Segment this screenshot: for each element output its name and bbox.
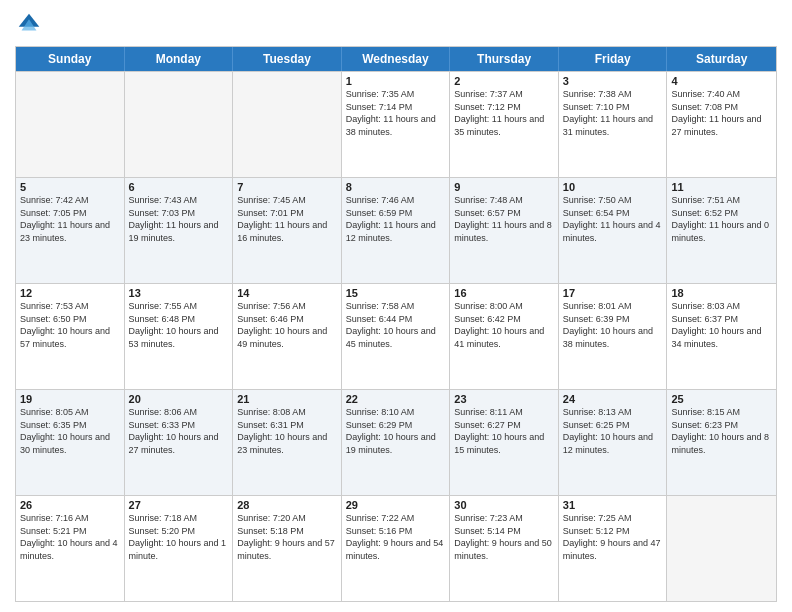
day-info: Sunrise: 7:22 AMSunset: 5:16 PMDaylight:… [346,512,446,562]
calendar-cell-r1-c3 [233,72,342,177]
day-info: Sunrise: 7:35 AMSunset: 7:14 PMDaylight:… [346,88,446,138]
day-number: 22 [346,393,446,405]
day-number: 14 [237,287,337,299]
calendar-cell-r2-c2: 6Sunrise: 7:43 AMSunset: 7:03 PMDaylight… [125,178,234,283]
day-info: Sunrise: 7:38 AMSunset: 7:10 PMDaylight:… [563,88,663,138]
calendar-cell-r2-c3: 7Sunrise: 7:45 AMSunset: 7:01 PMDaylight… [233,178,342,283]
day-number: 6 [129,181,229,193]
day-info: Sunrise: 7:53 AMSunset: 6:50 PMDaylight:… [20,300,120,350]
day-number: 2 [454,75,554,87]
day-info: Sunrise: 8:15 AMSunset: 6:23 PMDaylight:… [671,406,772,456]
day-info: Sunrise: 7:23 AMSunset: 5:14 PMDaylight:… [454,512,554,562]
calendar-cell-r4-c3: 21Sunrise: 8:08 AMSunset: 6:31 PMDayligh… [233,390,342,495]
day-info: Sunrise: 7:18 AMSunset: 5:20 PMDaylight:… [129,512,229,562]
calendar-cell-r1-c7: 4Sunrise: 7:40 AMSunset: 7:08 PMDaylight… [667,72,776,177]
calendar-cell-r1-c6: 3Sunrise: 7:38 AMSunset: 7:10 PMDaylight… [559,72,668,177]
day-number: 27 [129,499,229,511]
day-number: 21 [237,393,337,405]
day-number: 9 [454,181,554,193]
calendar-cell-r2-c7: 11Sunrise: 7:51 AMSunset: 6:52 PMDayligh… [667,178,776,283]
calendar-cell-r5-c6: 31Sunrise: 7:25 AMSunset: 5:12 PMDayligh… [559,496,668,601]
day-number: 15 [346,287,446,299]
day-number: 5 [20,181,120,193]
calendar-cell-r5-c3: 28Sunrise: 7:20 AMSunset: 5:18 PMDayligh… [233,496,342,601]
calendar-cell-r5-c1: 26Sunrise: 7:16 AMSunset: 5:21 PMDayligh… [16,496,125,601]
calendar-row-5: 26Sunrise: 7:16 AMSunset: 5:21 PMDayligh… [16,495,776,601]
calendar-cell-r1-c2 [125,72,234,177]
calendar-cell-r2-c4: 8Sunrise: 7:46 AMSunset: 6:59 PMDaylight… [342,178,451,283]
day-number: 11 [671,181,772,193]
weekday-header-thursday: Thursday [450,47,559,71]
logo [15,10,47,38]
day-info: Sunrise: 8:03 AMSunset: 6:37 PMDaylight:… [671,300,772,350]
day-info: Sunrise: 8:01 AMSunset: 6:39 PMDaylight:… [563,300,663,350]
day-info: Sunrise: 8:10 AMSunset: 6:29 PMDaylight:… [346,406,446,456]
day-number: 24 [563,393,663,405]
day-info: Sunrise: 7:58 AMSunset: 6:44 PMDaylight:… [346,300,446,350]
day-number: 28 [237,499,337,511]
day-number: 13 [129,287,229,299]
calendar-cell-r5-c5: 30Sunrise: 7:23 AMSunset: 5:14 PMDayligh… [450,496,559,601]
calendar-cell-r5-c7 [667,496,776,601]
day-info: Sunrise: 8:08 AMSunset: 6:31 PMDaylight:… [237,406,337,456]
day-info: Sunrise: 7:16 AMSunset: 5:21 PMDaylight:… [20,512,120,562]
day-number: 29 [346,499,446,511]
calendar-cell-r1-c5: 2Sunrise: 7:37 AMSunset: 7:12 PMDaylight… [450,72,559,177]
day-number: 8 [346,181,446,193]
calendar-cell-r1-c4: 1Sunrise: 7:35 AMSunset: 7:14 PMDaylight… [342,72,451,177]
calendar-cell-r4-c4: 22Sunrise: 8:10 AMSunset: 6:29 PMDayligh… [342,390,451,495]
calendar-cell-r3-c4: 15Sunrise: 7:58 AMSunset: 6:44 PMDayligh… [342,284,451,389]
calendar-cell-r3-c2: 13Sunrise: 7:55 AMSunset: 6:48 PMDayligh… [125,284,234,389]
weekday-header-wednesday: Wednesday [342,47,451,71]
calendar-cell-r4-c2: 20Sunrise: 8:06 AMSunset: 6:33 PMDayligh… [125,390,234,495]
calendar-cell-r4-c1: 19Sunrise: 8:05 AMSunset: 6:35 PMDayligh… [16,390,125,495]
day-info: Sunrise: 7:48 AMSunset: 6:57 PMDaylight:… [454,194,554,244]
day-info: Sunrise: 8:05 AMSunset: 6:35 PMDaylight:… [20,406,120,456]
calendar-cell-r4-c6: 24Sunrise: 8:13 AMSunset: 6:25 PMDayligh… [559,390,668,495]
calendar-cell-r3-c1: 12Sunrise: 7:53 AMSunset: 6:50 PMDayligh… [16,284,125,389]
day-number: 20 [129,393,229,405]
calendar-cell-r2-c1: 5Sunrise: 7:42 AMSunset: 7:05 PMDaylight… [16,178,125,283]
day-number: 12 [20,287,120,299]
calendar-cell-r3-c5: 16Sunrise: 8:00 AMSunset: 6:42 PMDayligh… [450,284,559,389]
day-info: Sunrise: 7:20 AMSunset: 5:18 PMDaylight:… [237,512,337,562]
day-info: Sunrise: 7:40 AMSunset: 7:08 PMDaylight:… [671,88,772,138]
day-number: 7 [237,181,337,193]
day-number: 10 [563,181,663,193]
calendar-row-2: 5Sunrise: 7:42 AMSunset: 7:05 PMDaylight… [16,177,776,283]
weekday-header-sunday: Sunday [16,47,125,71]
logo-icon [15,10,43,38]
day-info: Sunrise: 8:00 AMSunset: 6:42 PMDaylight:… [454,300,554,350]
calendar-cell-r3-c7: 18Sunrise: 8:03 AMSunset: 6:37 PMDayligh… [667,284,776,389]
calendar-cell-r5-c2: 27Sunrise: 7:18 AMSunset: 5:20 PMDayligh… [125,496,234,601]
day-info: Sunrise: 7:56 AMSunset: 6:46 PMDaylight:… [237,300,337,350]
calendar-cell-r1-c1 [16,72,125,177]
calendar-cell-r4-c7: 25Sunrise: 8:15 AMSunset: 6:23 PMDayligh… [667,390,776,495]
day-info: Sunrise: 8:13 AMSunset: 6:25 PMDaylight:… [563,406,663,456]
day-number: 31 [563,499,663,511]
calendar-cell-r3-c6: 17Sunrise: 8:01 AMSunset: 6:39 PMDayligh… [559,284,668,389]
page: SundayMondayTuesdayWednesdayThursdayFrid… [0,0,792,612]
day-number: 3 [563,75,663,87]
calendar-cell-r5-c4: 29Sunrise: 7:22 AMSunset: 5:16 PMDayligh… [342,496,451,601]
day-info: Sunrise: 7:46 AMSunset: 6:59 PMDaylight:… [346,194,446,244]
day-info: Sunrise: 8:11 AMSunset: 6:27 PMDaylight:… [454,406,554,456]
day-number: 23 [454,393,554,405]
weekday-header-tuesday: Tuesday [233,47,342,71]
day-number: 16 [454,287,554,299]
day-number: 4 [671,75,772,87]
calendar-header: SundayMondayTuesdayWednesdayThursdayFrid… [16,47,776,71]
calendar-cell-r3-c3: 14Sunrise: 7:56 AMSunset: 6:46 PMDayligh… [233,284,342,389]
day-number: 17 [563,287,663,299]
day-info: Sunrise: 7:51 AMSunset: 6:52 PMDaylight:… [671,194,772,244]
weekday-header-saturday: Saturday [667,47,776,71]
weekday-header-friday: Friday [559,47,668,71]
day-number: 1 [346,75,446,87]
day-info: Sunrise: 7:42 AMSunset: 7:05 PMDaylight:… [20,194,120,244]
day-info: Sunrise: 7:37 AMSunset: 7:12 PMDaylight:… [454,88,554,138]
header [15,10,777,38]
day-info: Sunrise: 8:06 AMSunset: 6:33 PMDaylight:… [129,406,229,456]
calendar-body: 1Sunrise: 7:35 AMSunset: 7:14 PMDaylight… [16,71,776,601]
day-info: Sunrise: 7:43 AMSunset: 7:03 PMDaylight:… [129,194,229,244]
calendar-row-1: 1Sunrise: 7:35 AMSunset: 7:14 PMDaylight… [16,71,776,177]
